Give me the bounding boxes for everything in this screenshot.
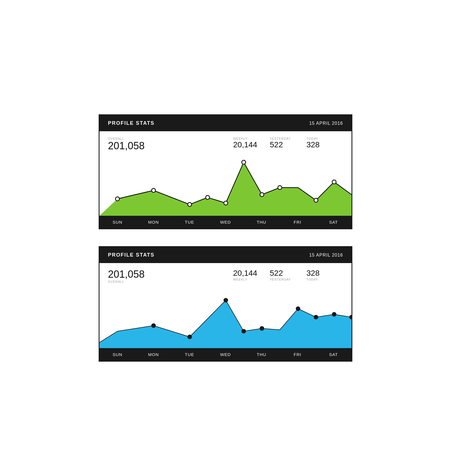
overall-label-2: OVERALL bbox=[108, 280, 233, 283]
weekly-stat-1: WEEKLY 20,144 bbox=[233, 137, 270, 149]
chart-1-point-thu bbox=[260, 193, 264, 197]
chart-2-point-fri1 bbox=[296, 306, 300, 311]
card-2-day-labels: SUN MON TUE WED THU FRI SAT bbox=[100, 348, 351, 361]
overall-stat-1: OVERALL 201,058 bbox=[108, 137, 233, 151]
today-stat-1: TODAY 328 bbox=[306, 137, 343, 149]
card-2-title: PROFILE STATS bbox=[108, 252, 154, 258]
weekly-value-1: 20,144 bbox=[233, 141, 270, 149]
day-fri-2: FRI bbox=[280, 352, 316, 357]
chart-1-fill bbox=[100, 162, 351, 216]
today-label-2: TODAY bbox=[306, 278, 343, 281]
card-1-stats: OVERALL 201,058 WEEKLY 20,144 YESTERDAY … bbox=[100, 131, 351, 154]
chart-1-point-fri2 bbox=[314, 198, 318, 202]
chart-2-point-fri2 bbox=[314, 315, 318, 319]
day-thu-1: THU bbox=[244, 220, 280, 224]
chart-2-point-tue bbox=[187, 335, 192, 339]
chart-1-point-mon bbox=[152, 188, 156, 192]
card-2-header: PROFILE STATS 15 APRIL 2016 bbox=[100, 247, 351, 263]
card-1-title: PROFILE STATS bbox=[108, 120, 154, 126]
card-2-svg bbox=[100, 286, 351, 348]
chart-2-point-wed bbox=[224, 298, 228, 302]
day-sat-2: SAT bbox=[315, 352, 351, 357]
chart-2-point-mon bbox=[151, 323, 156, 328]
yesterday-label-2: YESTERDAY bbox=[270, 278, 306, 281]
yesterday-value-2: 522 bbox=[270, 269, 306, 277]
day-sun-1: SUN bbox=[100, 220, 136, 224]
card-1-header: PROFILE STATS 15 APRIL 2016 bbox=[100, 115, 351, 131]
chart-1-point-sun bbox=[116, 197, 120, 201]
weekly-value-2: 20,144 bbox=[233, 269, 270, 277]
chart-2-point-thu2 bbox=[260, 326, 264, 331]
day-wed-2: WED bbox=[207, 352, 244, 357]
today-value-2: 328 bbox=[306, 269, 343, 277]
chart-1-point-tue1 bbox=[188, 203, 192, 206]
card-1-svg bbox=[100, 154, 351, 216]
day-sun-2: SUN bbox=[100, 352, 136, 357]
yesterday-label-1: YESTERDAY bbox=[270, 137, 306, 140]
chart-1-point-tue2 bbox=[205, 195, 209, 199]
overall-value-1: 201,058 bbox=[108, 141, 233, 151]
card-2: PROFILE STATS 15 APRIL 2016 201,058 OVER… bbox=[99, 246, 352, 362]
chart-1-point-sat bbox=[332, 180, 336, 184]
card-2-date: 15 APRIL 2016 bbox=[309, 253, 343, 258]
yesterday-value-1: 522 bbox=[270, 141, 306, 149]
overall-stat-2: 201,058 OVERALL bbox=[108, 269, 233, 283]
chart-1-point-fri1 bbox=[278, 186, 282, 190]
weekly-label-1: WEEKLY bbox=[233, 137, 270, 140]
day-wed-1: WED bbox=[207, 220, 244, 224]
today-label-1: TODAY bbox=[306, 137, 343, 140]
weekly-stat-2: 20,144 WEEKLY bbox=[233, 269, 270, 281]
overall-value-2: 201,058 bbox=[108, 269, 233, 279]
yesterday-stat-2: 522 YESTERDAY bbox=[270, 269, 306, 281]
card-2-stats: 201,058 OVERALL 20,144 WEEKLY 522 YESTER… bbox=[100, 263, 351, 286]
day-tue-1: TUE bbox=[171, 220, 207, 224]
card-1: PROFILE STATS 15 APRIL 2016 OVERALL 201,… bbox=[99, 114, 352, 229]
today-stat-2: 328 TODAY bbox=[306, 269, 343, 281]
day-sat-1: SAT bbox=[315, 220, 351, 224]
card-2-chart bbox=[100, 286, 351, 348]
chart-2-point-sat1 bbox=[332, 312, 336, 317]
day-fri-1: FRI bbox=[280, 220, 316, 224]
weekly-label-2: WEEKLY bbox=[233, 278, 270, 281]
chart-2-fill bbox=[100, 300, 351, 348]
day-thu-2: THU bbox=[244, 352, 280, 357]
day-mon-1: MON bbox=[136, 220, 172, 224]
day-mon-2: MON bbox=[136, 352, 172, 357]
today-value-1: 328 bbox=[306, 141, 343, 149]
chart-1-point-wed2 bbox=[242, 160, 246, 164]
card-1-date: 15 APRIL 2016 bbox=[309, 121, 343, 126]
yesterday-stat-1: YESTERDAY 522 bbox=[270, 137, 306, 149]
chart-1-point-wed1 bbox=[224, 201, 228, 205]
card-1-day-labels: SUN MON TUE WED THU FRI SAT bbox=[100, 216, 351, 228]
day-tue-2: TUE bbox=[171, 352, 207, 357]
chart-2-point-thu1 bbox=[242, 329, 246, 333]
card-1-chart bbox=[100, 154, 351, 216]
